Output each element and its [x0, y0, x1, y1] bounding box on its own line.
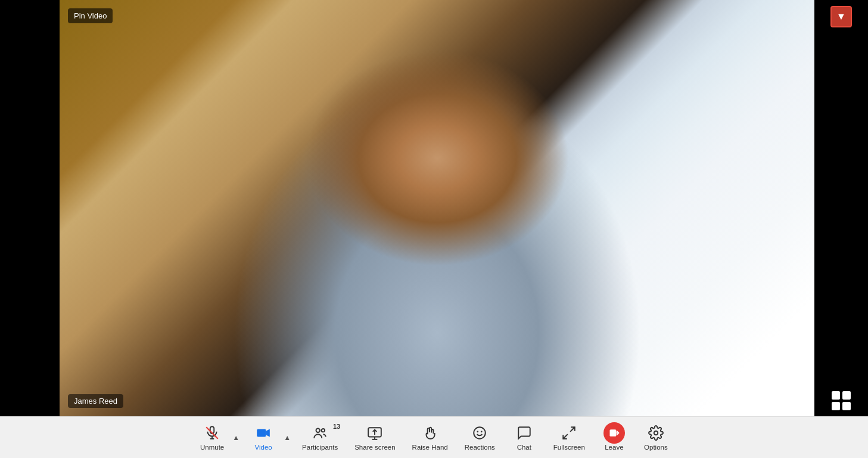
chat-label: Chat: [517, 444, 531, 451]
svg-point-17: [654, 431, 658, 435]
raise-hand-button[interactable]: Raise Hand: [404, 420, 456, 456]
unmute-button[interactable]: Unmute: [191, 420, 233, 456]
chevron-down-icon: ▼: [836, 11, 846, 22]
video-background: [60, 0, 814, 416]
main-video-area: Pin Video James Reed ▼: [0, 0, 868, 416]
svg-marker-5: [266, 429, 270, 437]
fullscreen-icon: [561, 425, 577, 441]
pin-video-button[interactable]: Pin Video: [68, 8, 113, 23]
participant-name-label: James Reed: [68, 394, 123, 408]
fullscreen-button[interactable]: Fullscreen: [545, 420, 593, 456]
participant-video: [60, 0, 814, 416]
microphone-muted-icon: [204, 425, 220, 441]
grid-cell-4: [842, 402, 851, 410]
share-screen-icon: [367, 425, 382, 441]
chat-icon: [517, 425, 532, 441]
participants-badge: 13: [333, 423, 340, 430]
svg-point-6: [316, 428, 321, 432]
participants-button[interactable]: 13 Participants: [294, 420, 346, 456]
reactions-button[interactable]: Reactions: [456, 420, 503, 456]
leave-label: Leave: [605, 444, 623, 451]
video-button[interactable]: Video: [242, 420, 284, 456]
svg-point-7: [322, 428, 325, 431]
svg-point-12: [474, 427, 486, 439]
grid-cell-1: [832, 391, 840, 400]
reactions-label: Reactions: [465, 444, 495, 451]
options-icon: [648, 425, 664, 441]
fullscreen-label: Fullscreen: [553, 444, 585, 451]
svg-line-15: [571, 427, 575, 432]
leave-icon: [603, 425, 625, 441]
participants-icon: [312, 425, 328, 441]
bottom-toolbar: Unmute ▲ Video ▲ 13 Participants: [0, 416, 868, 458]
reactions-icon: [472, 425, 487, 441]
raise-hand-icon: [422, 425, 438, 441]
chevron-down-button[interactable]: ▼: [830, 6, 852, 27]
grid-cell-2: [842, 391, 851, 400]
svg-line-16: [564, 434, 568, 439]
video-icon: [256, 425, 271, 441]
grid-cell-3: [832, 402, 840, 410]
leave-button[interactable]: Leave: [593, 420, 635, 456]
grid-view-button[interactable]: [832, 391, 851, 410]
raise-hand-label: Raise Hand: [412, 444, 448, 451]
left-strip: [0, 0, 60, 416]
chat-button[interactable]: Chat: [503, 420, 545, 456]
right-strip: ▼: [814, 0, 868, 416]
video-label: Video: [254, 444, 272, 451]
options-button[interactable]: Options: [635, 420, 677, 456]
unmute-label: Unmute: [200, 444, 224, 451]
options-label: Options: [644, 444, 668, 451]
svg-rect-4: [257, 429, 266, 437]
share-screen-label: Share screen: [354, 444, 395, 451]
video-container: Pin Video James Reed: [60, 0, 814, 416]
participants-label: Participants: [302, 444, 338, 451]
share-screen-button[interactable]: Share screen: [346, 420, 403, 456]
